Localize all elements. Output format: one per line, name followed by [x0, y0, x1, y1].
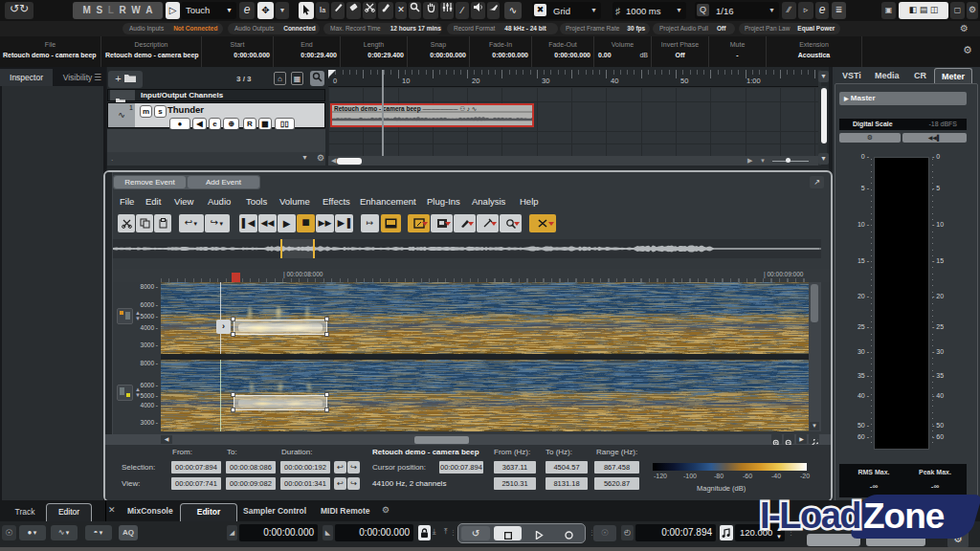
svg-text:Zone: Zone — [863, 496, 945, 536]
svg-text:I-Load: I-Load — [760, 496, 860, 536]
